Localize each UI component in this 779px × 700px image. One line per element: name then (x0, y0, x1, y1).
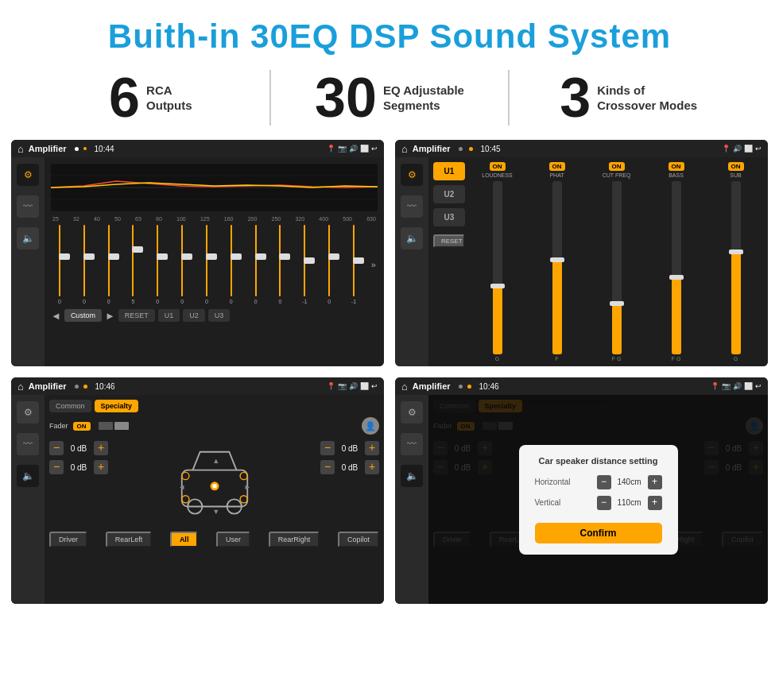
vertical-plus-button[interactable]: + (648, 496, 662, 510)
eq-slider-9[interactable]: 0 (249, 225, 263, 304)
crossover-sidebar-wave-icon[interactable]: 〰 (401, 195, 423, 218)
freq-63: 63 (135, 216, 141, 222)
eq-slider-1[interactable]: 0 (52, 225, 67, 304)
eq-slider-11[interactable]: -1 (297, 225, 312, 304)
db-minus-1[interactable]: − (49, 441, 64, 455)
eq-sidebar-eq-icon[interactable]: ⚙ (17, 164, 39, 186)
fader-sidebar-eq-icon[interactable]: ⚙ (17, 401, 39, 423)
user-button[interactable]: User (216, 532, 250, 547)
horizontal-value: 140cm (614, 478, 645, 486)
eq-slider-5[interactable]: 0 (150, 225, 165, 304)
db-value-4: 0 dB (338, 463, 362, 472)
loudness-label: LOUDNESS (482, 172, 513, 178)
u3-button[interactable]: U3 (433, 208, 465, 226)
tab-common[interactable]: Common (49, 400, 91, 412)
stat-text-crossover: Kinds of Crossover Modes (597, 83, 697, 114)
sub-track[interactable] (731, 181, 741, 354)
freq-630: 630 (366, 216, 376, 222)
driver-button[interactable]: Driver (49, 532, 87, 547)
fader-app-name: Amplifier (29, 381, 67, 391)
loudness-track[interactable] (493, 181, 502, 354)
freq-250: 250 (272, 216, 281, 222)
fader-sidebar-wave-icon[interactable]: 〰 (17, 433, 39, 455)
eq-body: ⚙ 〰 🔈 (11, 157, 384, 366)
bass-slider: ON BASS F G (649, 162, 703, 362)
back-icon: ↩ (371, 145, 378, 153)
dialog-overlay: Car speaker distance setting Horizontal … (428, 395, 768, 604)
fader-label: Fader (49, 422, 68, 430)
stat-number-rca: 6 (109, 70, 140, 126)
eq-status-bar: ⌂ Amplifier 10:44 📍 📷 🔊 ⬜ ↩ (11, 140, 384, 157)
eq-custom-button[interactable]: Custom (64, 309, 102, 322)
all-button[interactable]: All (170, 532, 199, 547)
eq-next-button[interactable]: ► (105, 310, 115, 322)
rearright-button[interactable]: RearRight (269, 532, 320, 547)
horizontal-plus-button[interactable]: + (648, 475, 662, 489)
crossover-sidebar-speaker-icon[interactable]: 🔈 (401, 227, 423, 249)
distance-sidebar-speaker-icon[interactable]: 🔈 (401, 465, 423, 487)
eq-slider-4[interactable]: 5 (126, 225, 140, 304)
crossover-reset-button[interactable]: RESET (433, 234, 465, 248)
eq-slider-2[interactable]: 0 (77, 225, 91, 304)
vertical-label: Vertical (535, 498, 579, 507)
crossover-sidebar-eq-icon[interactable]: ⚙ (401, 164, 423, 186)
fader-dot-2 (83, 385, 87, 389)
eq-sliders-container: 0 0 0 5 0 0 0 0 0 0 -1 0 -1 » (51, 225, 378, 304)
eq-slider-7[interactable]: 0 (200, 225, 214, 304)
eq-u3-button[interactable]: U3 (208, 309, 231, 322)
bass-track[interactable] (672, 181, 681, 354)
db-plus-1[interactable]: + (94, 441, 108, 455)
distance-dialog: Car speaker distance setting Horizontal … (519, 445, 678, 555)
eq-slider-12[interactable]: 0 (322, 225, 336, 304)
crossover-app-name: Amplifier (413, 144, 451, 153)
bass-label: BASS (669, 172, 684, 178)
u1-button[interactable]: U1 (433, 162, 465, 180)
phat-value: F (555, 356, 558, 362)
phat-label: PHAT (549, 172, 564, 178)
db-minus-4[interactable]: − (320, 460, 335, 474)
tab-specialty[interactable]: Specialty (95, 400, 139, 412)
phat-slider: ON PHAT F (529, 162, 584, 362)
eq-status-icons: 📍 📷 🔊 ⬜ ↩ (327, 145, 378, 153)
loudness-on-badge: ON (490, 162, 506, 171)
horizontal-minus-button[interactable]: − (597, 475, 611, 489)
eq-slider-3[interactable]: 0 (102, 225, 116, 304)
crossover-sidebar: ⚙ 〰 🔈 (395, 157, 428, 366)
db-minus-3[interactable]: − (320, 441, 335, 455)
fader-bottom-buttons: Driver RearLeft All User RearRight Copil… (49, 532, 379, 547)
eq-slider-8[interactable]: 0 (224, 225, 238, 304)
eq-main-content: 25 32 40 50 63 80 100 125 160 200 250 32… (45, 157, 384, 366)
eq-u2-button[interactable]: U2 (183, 309, 205, 322)
rearleft-button[interactable]: RearLeft (106, 532, 153, 547)
eq-slider-6[interactable]: 0 (175, 225, 189, 304)
distance-camera-icon: 📷 (722, 382, 731, 390)
crossover-dot-2 (469, 147, 473, 151)
vertical-value: 110cm (614, 498, 645, 507)
freq-25: 25 (52, 216, 59, 222)
u2-button[interactable]: U2 (433, 185, 465, 203)
eq-sidebar-speaker-icon[interactable]: 🔈 (17, 227, 39, 249)
volume-icon: 🔊 (349, 145, 358, 153)
crossover-location-icon: 📍 (722, 145, 731, 153)
db-plus-4[interactable]: + (365, 460, 379, 474)
db-row-3: − 0 dB + (320, 441, 379, 455)
db-plus-2[interactable]: + (94, 460, 108, 474)
eq-prev-button[interactable]: ◄ (51, 310, 61, 322)
eq-slider-13[interactable]: -1 (347, 225, 361, 304)
distance-sidebar-wave-icon[interactable]: 〰 (401, 433, 423, 455)
distance-sidebar-eq-icon[interactable]: ⚙ (401, 401, 423, 423)
fader-top-bar: Fader ON 👤 (49, 417, 379, 435)
vertical-minus-button[interactable]: − (597, 496, 611, 510)
cutfreq-track[interactable] (612, 181, 622, 354)
confirm-button[interactable]: Confirm (535, 523, 662, 543)
copilot-button[interactable]: Copilot (338, 532, 379, 547)
eq-reset-button[interactable]: RESET (118, 309, 155, 322)
fader-sidebar-speaker-icon[interactable]: 🔈 (17, 465, 39, 487)
phat-track[interactable] (552, 181, 562, 354)
eq-sidebar-wave-icon[interactable]: 〰 (17, 195, 39, 218)
eq-u1-button[interactable]: U1 (158, 309, 180, 322)
fader-volume-icon: 🔊 (349, 382, 358, 390)
db-minus-2[interactable]: − (49, 460, 64, 474)
db-plus-3[interactable]: + (365, 441, 379, 455)
eq-slider-10[interactable]: 0 (273, 225, 287, 304)
